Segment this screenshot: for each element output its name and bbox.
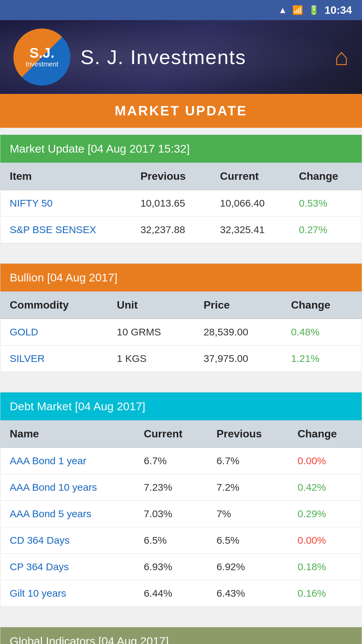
table-row: AAA Bond 1 year 6.7% 6.7% 0.00%	[0, 448, 362, 474]
cp364-previous: 6.92%	[207, 554, 288, 580]
signal-icon: 📶	[292, 5, 303, 15]
table-row: AAA Bond 5 years 7.03% 7% 0.29%	[0, 501, 362, 527]
col-change: Change	[288, 420, 362, 448]
silver-change: 1.21%	[282, 345, 362, 372]
gilt10-previous: 6.43%	[207, 580, 288, 607]
gold-change: 0.48%	[282, 319, 362, 345]
status-time: 10:34	[324, 4, 352, 16]
aaa10-previous: 7.2%	[207, 474, 288, 501]
nifty-previous: 10,013.65	[131, 190, 210, 217]
header-title: S. J. Investments	[80, 46, 246, 69]
commodity-gold[interactable]: GOLD	[0, 319, 108, 345]
table-row: Gilt 10 years 6.44% 6.43% 0.16%	[0, 580, 362, 607]
global-indicators-header: Global Indicators [04 Aug 2017]	[0, 627, 362, 644]
logo-sj: S.J.	[29, 46, 55, 60]
nifty-change: 0.53%	[290, 190, 362, 217]
aaa1-current: 6.7%	[134, 448, 207, 474]
global-indicators-section: Global Indicators [04 Aug 2017]	[0, 627, 362, 644]
cd364-current: 6.5%	[134, 527, 207, 554]
bullion-header: Bullion [04 Aug 2017]	[0, 264, 362, 291]
col-previous: Previous	[131, 163, 210, 190]
home-icon[interactable]: ⌂	[335, 44, 349, 70]
debt-cp-364[interactable]: CP 364 Days	[0, 554, 134, 580]
debt-aaa-5yr[interactable]: AAA Bond 5 years	[0, 501, 134, 527]
debt-gilt-10yr[interactable]: Gilt 10 years	[0, 580, 134, 607]
debt-market-table: Name Current Previous Change AAA Bond 1 …	[0, 420, 362, 606]
col-unit: Unit	[108, 291, 194, 319]
cd364-previous: 6.5%	[207, 527, 288, 554]
market-update-banner: MARKET UPDATE	[0, 94, 362, 128]
table-row: GOLD 10 GRMS 28,539.00 0.48%	[0, 319, 362, 345]
nifty-current: 10,066.40	[210, 190, 289, 217]
wifi-icon: ▲	[278, 5, 287, 15]
table-row: NIFTY 50 10,013.65 10,066.40 0.53%	[0, 190, 362, 217]
col-change: Change	[290, 163, 362, 190]
status-bar: ▲ 📶 🔋 10:34	[0, 0, 362, 20]
gilt10-current: 6.44%	[134, 580, 207, 607]
col-current: Current	[134, 420, 207, 448]
col-previous: Previous	[207, 420, 288, 448]
aaa1-change: 0.00%	[288, 448, 362, 474]
battery-icon: 🔋	[308, 5, 319, 15]
logo: S.J. Investment	[13, 29, 70, 86]
aaa10-change: 0.42%	[288, 474, 362, 501]
debt-market-header: Debt Market [04 Aug 2017]	[0, 392, 362, 420]
table-row: CP 364 Days 6.93% 6.92% 0.18%	[0, 554, 362, 580]
aaa10-current: 7.23%	[134, 474, 207, 501]
market-update-table: Item Previous Current Change NIFTY 50 10…	[0, 163, 362, 243]
market-item-nifty[interactable]: NIFTY 50	[0, 190, 131, 217]
logo-investment: Investment	[25, 60, 58, 68]
market-update-header: Market Update [04 Aug 2017 15:32]	[0, 135, 362, 163]
bullion-section: Bullion [04 Aug 2017] Commodity Unit Pri…	[0, 263, 362, 372]
silver-unit: 1 KGS	[108, 345, 194, 372]
aaa5-change: 0.29%	[288, 501, 362, 527]
debt-aaa-10yr[interactable]: AAA Bond 10 years	[0, 474, 134, 501]
col-item: Item	[0, 163, 131, 190]
debt-cd-364[interactable]: CD 364 Days	[0, 527, 134, 554]
market-update-title: MARKET UPDATE	[115, 103, 247, 118]
cd364-change: 0.00%	[288, 527, 362, 554]
col-current: Current	[210, 163, 289, 190]
cp364-change: 0.18%	[288, 554, 362, 580]
table-row: S&P BSE SENSEX 32,237.88 32,325.41 0.27%	[0, 217, 362, 243]
col-price: Price	[194, 291, 282, 319]
sensex-current: 32,325.41	[210, 217, 289, 243]
silver-price: 37,975.00	[194, 345, 282, 372]
table-row: AAA Bond 10 years 7.23% 7.2% 0.42%	[0, 474, 362, 501]
table-row: SILVER 1 KGS 37,975.00 1.21%	[0, 345, 362, 372]
market-update-section: Market Update [04 Aug 2017 15:32] Item P…	[0, 135, 362, 243]
col-commodity: Commodity	[0, 291, 108, 319]
gold-price: 28,539.00	[194, 319, 282, 345]
gilt10-change: 0.16%	[288, 580, 362, 607]
sensex-change: 0.27%	[290, 217, 362, 243]
bullion-table: Commodity Unit Price Change GOLD 10 GRMS…	[0, 291, 362, 372]
header: S.J. Investment S. J. Investments ⌂	[0, 20, 362, 94]
aaa5-previous: 7%	[207, 501, 288, 527]
sensex-previous: 32,237.88	[131, 217, 210, 243]
gold-unit: 10 GRMS	[108, 319, 194, 345]
table-row: CD 364 Days 6.5% 6.5% 0.00%	[0, 527, 362, 554]
col-change: Change	[282, 291, 362, 319]
debt-market-section: Debt Market [04 Aug 2017] Name Current P…	[0, 392, 362, 607]
cp364-current: 6.93%	[134, 554, 207, 580]
market-item-sensex[interactable]: S&P BSE SENSEX	[0, 217, 131, 243]
col-name: Name	[0, 420, 134, 448]
debt-aaa-1yr[interactable]: AAA Bond 1 year	[0, 448, 134, 474]
aaa1-previous: 6.7%	[207, 448, 288, 474]
commodity-silver[interactable]: SILVER	[0, 345, 108, 372]
aaa5-current: 7.03%	[134, 501, 207, 527]
